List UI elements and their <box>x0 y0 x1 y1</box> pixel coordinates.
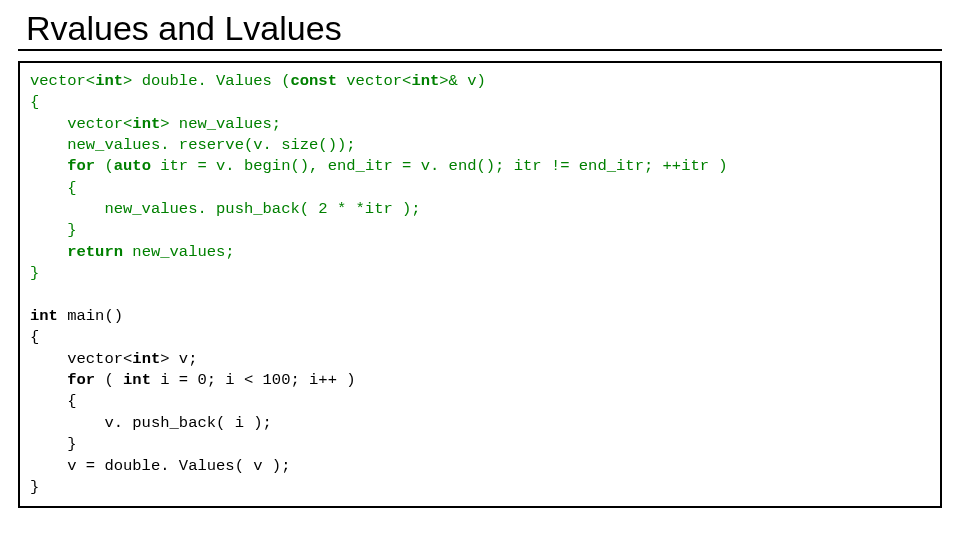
code-line: vector<int> v; <box>30 350 197 368</box>
code-line: vector<int> new_values; <box>30 115 281 133</box>
code-line: for ( int i = 0; i < 100; i++ ) <box>30 371 356 389</box>
code-line: v = double. Values( v ); <box>30 457 290 475</box>
code-line: { <box>30 328 39 346</box>
code-line: } <box>30 478 39 496</box>
code-line: for (auto itr = v. begin(), end_itr = v.… <box>30 157 728 175</box>
code-line: { <box>30 179 77 197</box>
code-line: } <box>30 221 77 239</box>
code-line: { <box>30 392 77 410</box>
code-line: new_values. push_back( 2 * *itr ); <box>30 200 421 218</box>
code-line: int <box>30 307 58 325</box>
code-line: vector<int> double. Values (const vector… <box>30 72 486 90</box>
slide: Rvalues and Lvalues vector<int> double. … <box>0 0 960 540</box>
code-line <box>30 286 39 304</box>
code-line: } <box>30 264 39 282</box>
slide-title: Rvalues and Lvalues <box>18 8 942 51</box>
code-line: { <box>30 93 39 111</box>
code-line: new_values. reserve(v. size()); <box>30 136 356 154</box>
code-line: v. push_back( i ); <box>30 414 272 432</box>
code-line: } <box>30 435 77 453</box>
code-block: vector<int> double. Values (const vector… <box>18 61 942 509</box>
code-line: return new_values; <box>30 243 235 261</box>
